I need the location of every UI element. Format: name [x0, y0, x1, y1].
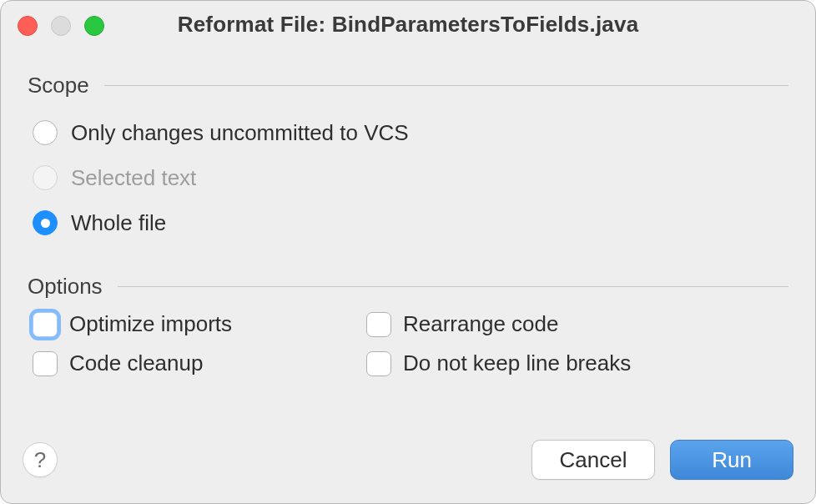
option-keep-line-breaks[interactable]: Do not keep line breaks: [366, 350, 788, 376]
scope-option-whole-file[interactable]: Whole file: [33, 200, 788, 245]
radio-icon: [33, 120, 58, 145]
scope-option-selected-text: Selected text: [33, 155, 788, 200]
checkbox-icon: [366, 351, 391, 376]
checkbox-label: Do not keep line breaks: [403, 350, 631, 376]
dialog-title: Reformat File: BindParametersToFields.ja…: [178, 12, 639, 38]
checkbox-icon: [366, 312, 391, 337]
cancel-button[interactable]: Cancel: [531, 440, 655, 480]
checkbox-icon: [33, 312, 58, 337]
option-code-cleanup[interactable]: Code cleanup: [33, 350, 366, 376]
radio-icon: [33, 210, 58, 235]
run-button[interactable]: Run: [670, 440, 793, 480]
button-label: Run: [712, 447, 752, 473]
minimize-window-icon: [51, 16, 71, 36]
option-rearrange-code[interactable]: Rearrange code: [366, 311, 788, 337]
checkbox-icon: [33, 351, 58, 376]
help-button[interactable]: ?: [23, 442, 58, 477]
options-section-header: Options: [28, 274, 788, 300]
radio-label: Selected text: [71, 165, 196, 191]
radio-label: Only changes uncommitted to VCS: [71, 120, 409, 146]
option-optimize-imports[interactable]: Optimize imports: [33, 311, 366, 337]
radio-icon: [33, 165, 58, 190]
scope-radio-group: Only changes uncommitted to VCS Selected…: [28, 110, 788, 245]
close-window-icon[interactable]: [18, 16, 38, 36]
zoom-window-icon[interactable]: [84, 16, 104, 36]
options-checkbox-grid: Optimize imports Rearrange code Code cle…: [28, 311, 788, 376]
divider: [118, 286, 788, 287]
scope-section-header: Scope: [28, 73, 788, 98]
window-controls: [18, 16, 104, 36]
checkbox-label: Optimize imports: [69, 311, 232, 337]
divider: [104, 85, 788, 86]
checkbox-label: Code cleanup: [69, 350, 203, 376]
radio-label: Whole file: [71, 210, 166, 236]
titlebar: Reformat File: BindParametersToFields.ja…: [1, 1, 815, 48]
options-label: Options: [28, 274, 118, 300]
dialog-footer: ? Cancel Run: [1, 431, 815, 503]
help-icon: ?: [34, 447, 46, 473]
checkbox-label: Rearrange code: [403, 311, 558, 337]
scope-option-vcs-changes[interactable]: Only changes uncommitted to VCS: [33, 110, 788, 155]
scope-label: Scope: [28, 73, 104, 98]
button-label: Cancel: [560, 447, 627, 473]
reformat-file-dialog: Reformat File: BindParametersToFields.ja…: [0, 0, 816, 504]
dialog-body: Scope Only changes uncommitted to VCS Se…: [1, 48, 815, 376]
